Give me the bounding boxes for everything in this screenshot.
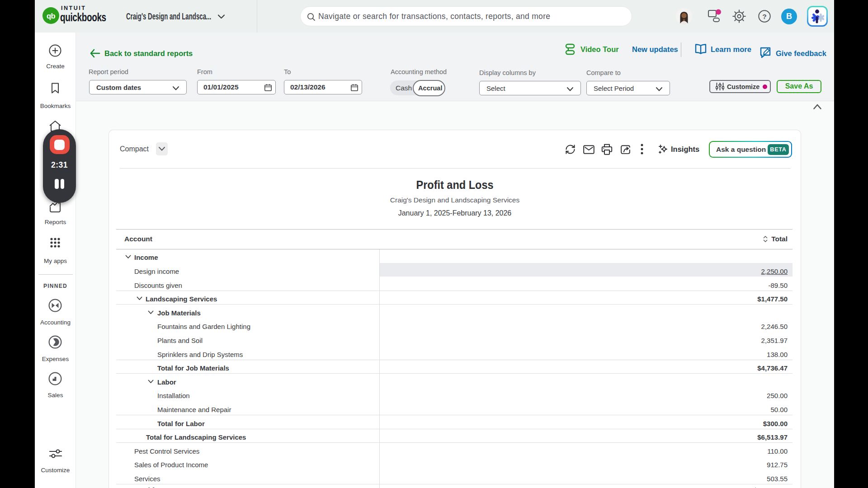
svg-text:?: ? (762, 13, 766, 20)
svg-text:qb: qb (47, 12, 56, 20)
